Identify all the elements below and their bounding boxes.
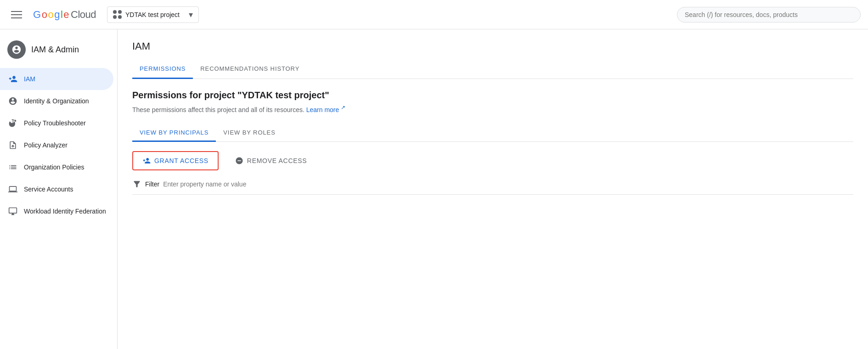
- iam-admin-icon: [7, 40, 26, 59]
- sidebar-item-policy-troubleshooter[interactable]: Policy Troubleshooter: [0, 112, 113, 134]
- sidebar-item-service-accounts-label: Service Accounts: [24, 186, 73, 193]
- remove-access-button[interactable]: REMOVE ACCESS: [226, 152, 316, 169]
- sidebar-item-org-policies-label: Organization Policies: [24, 163, 85, 171]
- computer-icon: [7, 185, 18, 194]
- grant-access-label: GRANT ACCESS: [154, 157, 209, 164]
- permissions-description: These permissions affect this project an…: [132, 104, 853, 113]
- tab-recommendations[interactable]: RECOMMENDATIONS HISTORY: [193, 60, 307, 79]
- chevron-down-icon: ▾: [189, 10, 193, 20]
- filter-input[interactable]: [163, 180, 853, 188]
- external-link-icon: ↗: [341, 104, 345, 111]
- main-header: IAM PERMISSIONS RECOMMENDATIONS HISTORY: [118, 29, 868, 79]
- tab-permissions[interactable]: PERMISSIONS: [132, 60, 193, 79]
- project-icon: [113, 10, 122, 19]
- permissions-content: Permissions for project "YDTAK test proj…: [118, 79, 868, 206]
- sub-tab-by-roles[interactable]: VIEW BY ROLES: [216, 124, 282, 142]
- sidebar-item-workload-identity[interactable]: Workload Identity Federation: [0, 200, 113, 222]
- monitor-icon: [7, 207, 18, 216]
- main-tabs: PERMISSIONS RECOMMENDATIONS HISTORY: [132, 60, 853, 79]
- filter-row: Filter: [132, 180, 853, 195]
- sidebar-title: IAM & Admin: [31, 45, 79, 55]
- permissions-title: Permissions for project "YDTAK test proj…: [132, 90, 853, 101]
- sidebar-item-identity-label: Identity & Organization: [24, 97, 89, 105]
- google-cloud-logo: Google Cloud: [33, 9, 96, 21]
- remove-access-label: REMOVE ACCESS: [247, 157, 307, 164]
- person-circle-icon: [7, 96, 18, 106]
- sidebar-item-troubleshooter-label: Policy Troubleshooter: [24, 119, 86, 127]
- sidebar-item-iam[interactable]: IAM: [0, 68, 113, 90]
- grant-access-button[interactable]: GRANT ACCESS: [132, 151, 219, 170]
- search-bar[interactable]: [677, 7, 861, 23]
- search-input[interactable]: [685, 11, 853, 18]
- learn-more-link[interactable]: Learn more ↗: [306, 106, 345, 113]
- list-icon: [7, 163, 18, 172]
- project-selector[interactable]: YDTAK test project ▾: [107, 6, 199, 23]
- sidebar-item-iam-label: IAM: [24, 75, 35, 83]
- filter-icon: [132, 180, 141, 189]
- sidebar-item-policy-analyzer[interactable]: Policy Analyzer: [0, 134, 113, 156]
- document-search-icon: [7, 141, 18, 150]
- svg-rect-2: [11, 17, 22, 18]
- sidebar-item-org-policies[interactable]: Organization Policies: [0, 156, 113, 178]
- svg-rect-1: [11, 14, 22, 15]
- sidebar-item-identity-org[interactable]: Identity & Organization: [0, 90, 113, 112]
- project-name: YDTAK test project: [125, 11, 185, 18]
- page-title: IAM: [132, 40, 853, 52]
- sidebar-item-service-accounts[interactable]: Service Accounts: [0, 178, 113, 200]
- main-content-area: IAM PERMISSIONS RECOMMENDATIONS HISTORY …: [118, 29, 868, 349]
- sub-tab-by-principals[interactable]: VIEW BY PRINCIPALS: [132, 124, 216, 142]
- filter-label: Filter: [145, 180, 159, 188]
- sidebar-item-analyzer-label: Policy Analyzer: [24, 141, 68, 149]
- sub-tabs: VIEW BY PRINCIPALS VIEW BY ROLES: [132, 124, 853, 142]
- svg-rect-0: [11, 11, 22, 12]
- layout: IAM & Admin IAM Identity & Organization …: [0, 29, 868, 349]
- menu-icon[interactable]: [7, 6, 26, 24]
- wrench-icon: [7, 118, 18, 128]
- actions-bar: GRANT ACCESS REMOVE ACCESS: [132, 151, 853, 170]
- topbar: Google Cloud YDTAK test project ▾: [0, 0, 868, 29]
- sidebar-item-workload-label: Workload Identity Federation: [24, 208, 106, 215]
- sidebar-header: IAM & Admin: [0, 33, 117, 68]
- sidebar: IAM & Admin IAM Identity & Organization …: [0, 29, 118, 349]
- person-add-icon: [7, 74, 18, 84]
